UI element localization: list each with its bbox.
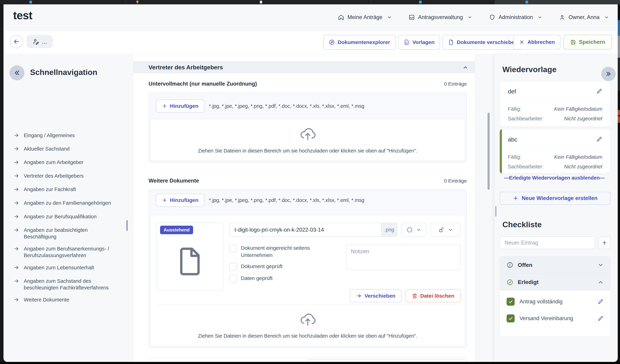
nav-user-menu[interactable]: Owner, Anna <box>559 14 609 20</box>
quicknav-item[interactable]: Angaben zur Fachkraft <box>14 186 129 193</box>
file-dropzone[interactable]: Ziehen Sie Dateien in diesen Bereich um … <box>151 305 465 346</box>
browser-tab-favicon[interactable] <box>419 1 422 3</box>
quicknav-item[interactable]: Angaben zum Berufsanerkennungs- / Berufs… <box>14 245 129 259</box>
nav-administration[interactable]: Administration <box>489 14 542 20</box>
assignee-value: Nicht zugeordnet <box>564 116 602 121</box>
entry-count: 0 Einträge <box>444 81 467 87</box>
arrow-right-icon <box>14 146 19 152</box>
tab-separator <box>125 1 126 4</box>
checkbox-dokument-geprueft[interactable]: Dokument geprüft <box>229 263 332 271</box>
lock-dropdown[interactable] <box>431 223 461 237</box>
browser-tab-favicon[interactable] <box>526 1 528 3</box>
assignee-value: Nicht zugeordnet <box>564 164 602 170</box>
filename-input[interactable] <box>229 223 381 237</box>
toolbar: ... Dokumentenexplorer Vorlagen Dokument… <box>3 31 618 54</box>
browser-active-tab[interactable] <box>495 0 620 4</box>
abbrechen-button[interactable]: Abbrechen <box>513 35 560 49</box>
quicknav-item[interactable]: Angaben zur Berufsqualifikation <box>14 213 129 220</box>
chevron-down-icon <box>537 15 542 20</box>
upload-panel-untervollmacht: Hinzufügen *.jpg, *.jpe, *.jpeg, *.png, … <box>149 92 467 162</box>
quicknav-item[interactable]: Angaben zum Sachstand des beschleunigten… <box>14 278 129 291</box>
unlock-icon <box>438 227 444 233</box>
checklist-item: Versand Vereinbarung <box>507 314 604 322</box>
assignee-label: Sachbearbeiter: <box>508 164 544 170</box>
new-entry-input[interactable] <box>500 236 595 249</box>
checkbox-daten-geprueft[interactable]: Daten geprüft <box>229 275 332 282</box>
plus-icon <box>162 197 167 203</box>
speichern-button[interactable]: Speichern <box>564 35 612 49</box>
edit-wiedervorlage-button[interactable] <box>596 88 602 94</box>
back-button[interactable] <box>10 35 23 48</box>
hinzufuegen-button[interactable]: Hinzufügen <box>156 194 204 207</box>
page-title: test <box>13 9 32 22</box>
chevron-down-icon <box>387 15 392 20</box>
vorlagen-button[interactable]: Vorlagen <box>398 35 440 50</box>
checkbox-label: Daten geprüft <box>241 275 273 282</box>
edit-wiedervorlage-button[interactable] <box>596 136 602 142</box>
hinzufuegen-button[interactable]: Hinzufügen <box>156 100 204 112</box>
checkbox-checked[interactable] <box>507 314 515 322</box>
edit-item-button[interactable] <box>597 299 604 305</box>
hide-done-wiedervorlagen-link[interactable]: —Erledigte Wiedervorlagen ausblenden— <box>495 175 614 181</box>
collapse-quicknav-button[interactable] <box>9 65 24 80</box>
nav-meine-antraege[interactable]: Meine Anträge <box>338 14 392 20</box>
browser-tab-favicon[interactable] <box>136 0 139 4</box>
pencil-icon <box>597 315 604 321</box>
arrow-right-icon <box>14 227 19 233</box>
subsection-title: Untervollmacht (nur manuelle Zuordnung) <box>149 81 257 87</box>
verschieben-button[interactable]: Verschieben <box>350 289 402 302</box>
file-thumbnail-card[interactable]: Ausstehend <box>156 223 223 291</box>
nav-label: Owner, Anna <box>568 14 600 20</box>
desktop-left-edge <box>0 4 3 362</box>
check-icon <box>508 299 513 304</box>
checkbox-unchecked[interactable] <box>229 244 237 252</box>
upload-panel-weitere-dokumente: Hinzufügen *.jpg, *.jpe, *.jpeg, *.png, … <box>149 190 467 348</box>
button-label: Neue Wiedervorlage erstellen <box>522 195 598 201</box>
checkbox-unchecked[interactable] <box>229 275 237 282</box>
arrow-right-icon <box>14 278 19 284</box>
quicknav-item[interactable]: Aktueller Sachstand <box>14 146 129 152</box>
file-dropzone[interactable]: Ziehen Sie Dateien in diesen Bereich um … <box>150 119 465 161</box>
section-header[interactable]: Vertreter des Arbeitgebers <box>133 61 475 73</box>
notes-textarea[interactable] <box>346 244 461 270</box>
checkbox-checked[interactable] <box>507 298 515 306</box>
plus-icon <box>601 240 608 246</box>
subsection-header: Untervollmacht (nur manuelle Zuordnung) … <box>149 81 467 87</box>
quicknav-label: Weitere Dokumente <box>24 296 69 303</box>
quicknav-item[interactable]: Angaben zum Arbeitgeber <box>14 159 129 166</box>
main-scrollbar[interactable] <box>488 113 490 190</box>
quicknav-scrollbar[interactable] <box>126 220 128 231</box>
group-offen[interactable]: Offen <box>500 257 610 273</box>
quicknav-item[interactable]: Vertreter des Arbeitgebers <box>14 173 129 179</box>
add-entry-button[interactable] <box>599 236 610 249</box>
quicknav-item[interactable]: Eingang / Allgemeines <box>14 132 129 139</box>
browser-tab-favicon[interactable] <box>260 1 262 3</box>
status-dropdown[interactable] <box>402 223 426 237</box>
quicknav-item[interactable]: Weitere Dokumente <box>14 296 129 303</box>
quicknav-item[interactable]: Angaben zu den Familienangehörigen <box>14 200 129 206</box>
checkbox-label: Dokument geprüft <box>241 263 282 270</box>
browser-tab-favicon[interactable] <box>29 1 32 3</box>
collapse-wiedervorlage-button[interactable] <box>601 67 616 81</box>
sidebar-scrollbar[interactable] <box>495 206 496 217</box>
nav-antragsverwaltung[interactable]: Antragsverwaltung <box>409 14 472 20</box>
home-icon <box>338 14 344 20</box>
chevron-down-icon <box>604 15 609 20</box>
quicknav-item[interactable]: Angaben zur beabsichtigten Beschäftigung <box>14 227 129 240</box>
neue-wiedervorlage-button[interactable]: Neue Wiedervorlage erstellen <box>500 192 610 205</box>
checkbox-unchecked[interactable] <box>229 263 237 271</box>
button-label: Abbrechen <box>527 39 555 45</box>
datei-loeschen-button[interactable]: Datei löschen <box>406 289 461 302</box>
assignee-more-button[interactable]: ... <box>27 35 53 48</box>
dokumentenexplorer-button[interactable]: Dokumentenexplorer <box>323 35 396 50</box>
arrow-right-icon <box>14 214 19 219</box>
edit-item-button[interactable] <box>597 315 604 321</box>
quicknav-item[interactable]: Angaben zum Lebensunterhalt <box>14 264 129 271</box>
chevron-up-icon <box>598 279 604 285</box>
group-erledigt[interactable]: Erledigt <box>500 273 610 291</box>
chevron-up-icon[interactable] <box>463 65 468 70</box>
upload-toprow: Hinzufügen *.jpg, *.jpe, *.jpeg, *.png, … <box>156 100 459 112</box>
cloud-upload-icon <box>299 312 317 326</box>
checkbox-dokument-eingereicht[interactable]: Dokument eingereicht seitens Unternehmen <box>229 244 332 259</box>
arrow-right-icon <box>14 133 19 138</box>
